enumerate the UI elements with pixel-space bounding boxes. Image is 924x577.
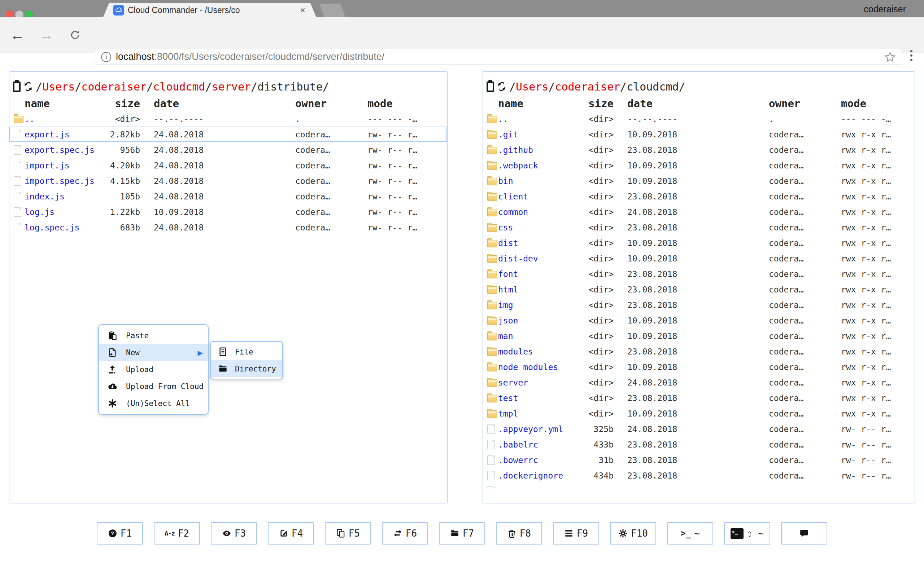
- path-segment[interactable]: coderaiser: [81, 81, 147, 93]
- file-name[interactable]: font: [498, 269, 577, 279]
- file-row[interactable]: man <dir> 10.09.2018 codera… rwx r-x r…: [483, 328, 914, 344]
- forward-button[interactable]: →: [36, 17, 57, 53]
- path-segment[interactable]: Users: [516, 81, 548, 93]
- file-row[interactable]: log.spec.js 683b 24.08.2018 codera… rw- …: [10, 220, 447, 235]
- file-row[interactable]: .. <dir> --.--.---- . --- --- -…: [10, 111, 447, 127]
- file-name[interactable]: import.js: [24, 161, 104, 170]
- f3-view-button[interactable]: F3: [211, 522, 257, 545]
- refresh-icon[interactable]: [23, 82, 33, 92]
- file-row[interactable]: .appveyor.yml 325b 24.08.2018 codera… rw…: [483, 421, 914, 437]
- f5-copy-button[interactable]: F5: [325, 522, 371, 545]
- path-segment[interactable]: distribute: [257, 81, 323, 93]
- file-name[interactable]: .babelrc: [498, 440, 577, 449]
- file-row[interactable]: tmpl <dir> 10.09.2018 codera… rwx r-x r…: [483, 406, 914, 421]
- f2-rename-button[interactable]: A-z F2: [154, 522, 200, 545]
- file-name[interactable]: html: [498, 285, 577, 294]
- path-segment[interactable]: cloudcmd: [627, 81, 679, 93]
- file-name[interactable]: common: [498, 207, 577, 217]
- file-row[interactable]: export.spec.js 956b 24.08.2018 codera… r…: [10, 142, 447, 158]
- file-name[interactable]: .appveyor.yml: [498, 424, 577, 434]
- file-row[interactable]: .bowerrc 31b 23.08.2018 codera… rw- r-- …: [483, 452, 914, 468]
- f8-delete-button[interactable]: F8: [496, 522, 542, 545]
- file-name[interactable]: .github: [498, 145, 577, 155]
- clipboard-icon[interactable]: [486, 82, 494, 92]
- file-name[interactable]: test: [498, 393, 577, 403]
- f1-help-button[interactable]: ? F1: [97, 522, 143, 545]
- chat-button[interactable]: [781, 522, 827, 545]
- column-header-mode[interactable]: mode: [367, 97, 447, 110]
- file-row[interactable]: modules <dir> 23.08.2018 codera… rwx r-x…: [483, 344, 914, 359]
- menu-item-paste[interactable]: Paste: [99, 327, 208, 344]
- file-row[interactable]: font <dir> 23.08.2018 codera… rwx r-x r…: [483, 266, 914, 282]
- file-row[interactable]: test <dir> 23.08.2018 codera… rwx r-x r…: [483, 390, 914, 406]
- file-row[interactable]: .webpack <dir> 10.09.2018 codera… rwx r-…: [483, 158, 914, 173]
- file-row[interactable]: dist <dir> 10.09.2018 codera… rwx r-x r…: [483, 235, 914, 251]
- terminal-button[interactable]: >_ ⇧ ~: [724, 522, 770, 545]
- file-name[interactable]: img: [498, 300, 577, 310]
- file-name[interactable]: ..: [498, 114, 577, 124]
- column-header-size[interactable]: size: [104, 97, 140, 110]
- file-row[interactable]: .babelrc 433b 23.08.2018 codera… rw- r--…: [483, 437, 914, 452]
- file-name[interactable]: import.spec.js: [24, 176, 104, 186]
- file-name[interactable]: export.spec.js: [24, 145, 104, 155]
- path-segment[interactable]: Users: [42, 81, 75, 93]
- clipboard-icon[interactable]: [13, 82, 21, 92]
- path-segment[interactable]: coderaiser: [555, 81, 620, 93]
- file-row[interactable]: import.js 4.20kb 24.08.2018 codera… rw- …: [10, 158, 447, 173]
- file-row[interactable]: server <dir> 24.08.2018 codera… rwx r-x …: [483, 375, 914, 390]
- file-row[interactable]: common <dir> 24.08.2018 codera… rwx r-x …: [483, 204, 914, 220]
- menu-item-unselect-all[interactable]: (Un)Select All: [99, 395, 208, 412]
- file-name[interactable]: css: [498, 223, 577, 232]
- column-header-name[interactable]: name: [498, 97, 577, 110]
- file-row[interactable]: client <dir> 23.08.2018 codera… rwx r-x …: [483, 189, 914, 204]
- file-name[interactable]: export.js: [24, 130, 104, 139]
- file-name[interactable]: .dockerignore: [498, 471, 577, 480]
- file-row[interactable]: html <dir> 23.08.2018 codera… rwx r-x r…: [483, 282, 914, 297]
- column-header-name[interactable]: name: [24, 97, 104, 110]
- file-row[interactable]: .editorconfig 280b 23.08.2018 codera… rw…: [483, 483, 914, 488]
- bookmark-star-icon[interactable]: [884, 51, 896, 63]
- console-button[interactable]: >_ ~: [667, 522, 713, 545]
- menu-item-upload[interactable]: Upload: [99, 361, 208, 378]
- browser-tab[interactable]: Cloud Commander - /Users/co ×: [103, 3, 316, 17]
- file-row[interactable]: dist-dev <dir> 10.09.2018 codera… rwx r-…: [483, 251, 914, 266]
- column-header-mode[interactable]: mode: [841, 97, 914, 110]
- menu-item-new[interactable]: New ▶: [99, 344, 208, 361]
- f6-move-button[interactable]: F6: [382, 522, 428, 545]
- f4-edit-button[interactable]: F4: [268, 522, 314, 545]
- path-segment[interactable]: cloudcmd: [153, 81, 205, 93]
- file-name[interactable]: bin: [498, 176, 577, 186]
- submenu-item-directory[interactable]: Directory: [211, 360, 282, 377]
- file-row[interactable]: import.spec.js 4.15kb 24.08.2018 codera……: [10, 173, 447, 189]
- file-name[interactable]: tmpl: [498, 409, 577, 418]
- file-name[interactable]: dist: [498, 239, 577, 248]
- reload-button[interactable]: [64, 17, 86, 53]
- path-segment[interactable]: /: [323, 81, 329, 93]
- file-row[interactable]: img <dir> 23.08.2018 codera… rwx r-x r…: [483, 297, 914, 313]
- url-bar[interactable]: i localhost:8000/fs/Users/coderaiser/clo…: [95, 49, 901, 65]
- f7-new-folder-button[interactable]: F7: [439, 522, 485, 545]
- path-segment[interactable]: /: [679, 81, 685, 93]
- column-header-date[interactable]: date: [154, 97, 208, 110]
- file-name[interactable]: node_modules: [498, 363, 577, 372]
- column-header-owner[interactable]: owner: [295, 97, 342, 110]
- file-row[interactable]: node_modules <dir> 10.09.2018 codera… rw…: [483, 359, 914, 375]
- info-icon[interactable]: i: [101, 52, 111, 62]
- path-segment[interactable]: /: [205, 81, 212, 93]
- path-segment[interactable]: server: [212, 81, 251, 93]
- file-name[interactable]: .webpack: [498, 161, 577, 170]
- file-row[interactable]: .. <dir> --.--.---- . --- --- -…: [483, 111, 914, 127]
- back-button[interactable]: ←: [6, 17, 28, 53]
- submenu-item-file[interactable]: File: [211, 343, 282, 360]
- file-row[interactable]: index.js 105b 24.08.2018 codera… rw- r--…: [10, 189, 447, 204]
- file-name[interactable]: modules: [498, 347, 577, 356]
- tab-close-icon[interactable]: ×: [300, 5, 305, 15]
- path-segment[interactable]: /: [36, 81, 42, 93]
- path-segment[interactable]: /: [147, 81, 153, 93]
- file-name[interactable]: client: [498, 192, 577, 201]
- file-name[interactable]: .editorconfig: [498, 487, 577, 488]
- file-name[interactable]: .git: [498, 130, 577, 139]
- file-row[interactable]: json <dir> 10.09.2018 codera… rwx r-x r…: [483, 313, 914, 328]
- url-text[interactable]: localhost:8000/fs/Users/coderaiser/cloud…: [116, 51, 884, 62]
- f10-config-button[interactable]: F10: [610, 522, 656, 545]
